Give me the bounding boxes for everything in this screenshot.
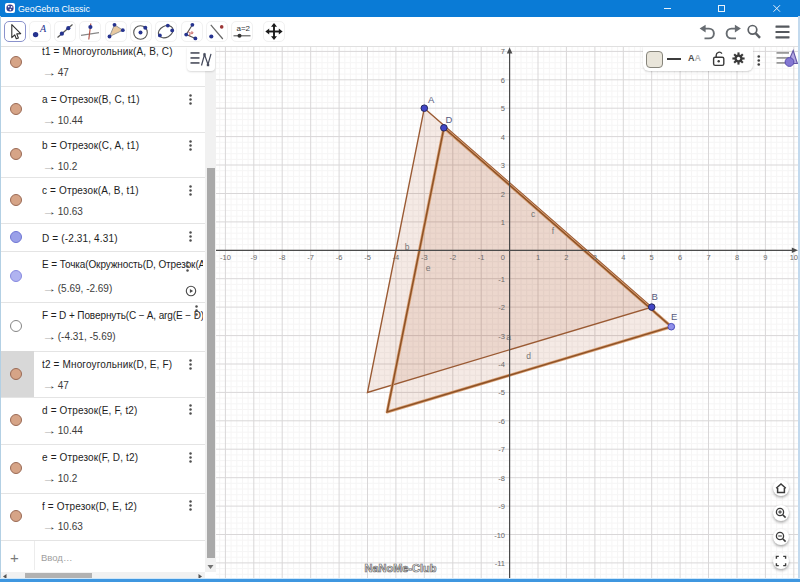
svg-text:4: 4 [501, 133, 505, 142]
svg-text:d: d [526, 351, 531, 361]
svg-text:-1: -1 [498, 275, 505, 284]
svg-text:-8: -8 [279, 253, 286, 262]
svg-text:-7: -7 [498, 445, 505, 454]
svg-text:0: 0 [501, 253, 505, 262]
svg-text:8: 8 [735, 253, 739, 262]
svg-text:e: e [426, 263, 431, 273]
svg-text:3: 3 [593, 253, 597, 262]
svg-text:B: B [652, 291, 658, 302]
svg-text:3: 3 [501, 161, 505, 170]
svg-text:-6: -6 [498, 417, 505, 426]
svg-text:A: A [39, 23, 47, 34]
svg-text:2: 2 [501, 190, 505, 199]
svg-text:2: 2 [564, 253, 568, 262]
svg-text:-10: -10 [494, 531, 505, 540]
svg-text:-3: -3 [498, 332, 505, 341]
svg-text:E: E [671, 311, 677, 322]
svg-text:-8: -8 [498, 474, 505, 483]
svg-text:-11: -11 [495, 559, 505, 568]
svg-text:5: 5 [650, 253, 654, 262]
svg-text:-7: -7 [307, 253, 314, 262]
svg-text:-10: -10 [220, 253, 231, 262]
svg-text:-5: -5 [364, 253, 371, 262]
svg-text:1: 1 [536, 253, 540, 262]
svg-text:a: a [506, 332, 511, 342]
svg-text:6: 6 [678, 253, 682, 262]
svg-text:7: 7 [501, 47, 505, 56]
svg-text:-3: -3 [421, 253, 428, 262]
svg-text:9: 9 [763, 253, 767, 262]
svg-text:-9: -9 [498, 502, 505, 511]
svg-text:6: 6 [501, 76, 505, 85]
svg-text:-1: -1 [478, 253, 485, 262]
svg-text:4: 4 [621, 253, 625, 262]
svg-text:-4: -4 [498, 360, 505, 369]
svg-text:7: 7 [706, 253, 710, 262]
svg-text:-2: -2 [498, 303, 505, 312]
svg-text:A: A [428, 94, 435, 105]
svg-text:5: 5 [501, 104, 505, 113]
svg-text:-2: -2 [449, 253, 456, 262]
svg-text:-5: -5 [498, 388, 505, 397]
svg-text:-9: -9 [250, 253, 257, 262]
svg-text:-4: -4 [393, 253, 400, 262]
svg-text:1: 1 [501, 218, 505, 227]
svg-text:D: D [446, 114, 453, 125]
svg-text:a=2: a=2 [237, 24, 251, 33]
svg-text:-6: -6 [336, 253, 343, 262]
svg-text:10: 10 [790, 253, 798, 262]
